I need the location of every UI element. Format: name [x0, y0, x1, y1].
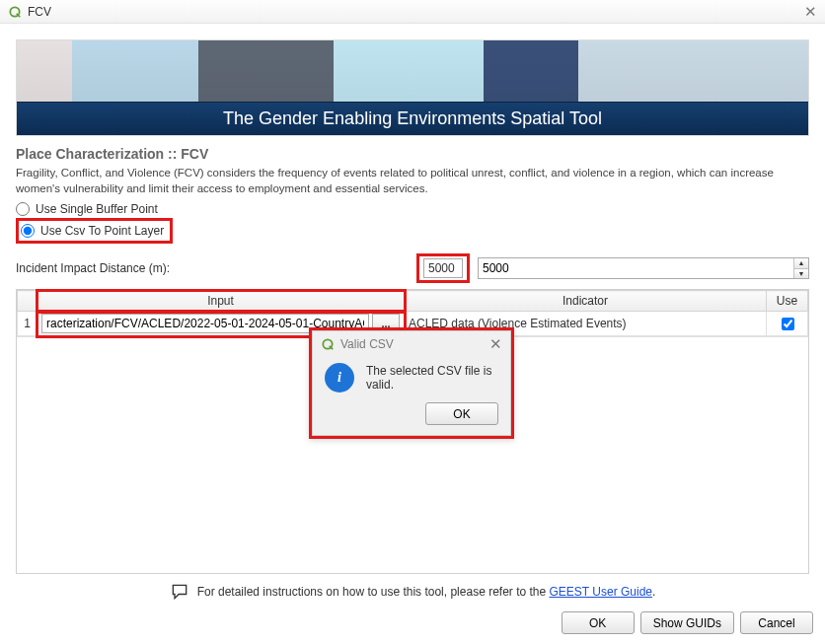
table-corner [18, 291, 38, 312]
ok-button[interactable]: OK [562, 611, 635, 634]
section-title: Place Characterization :: FCV [16, 146, 809, 162]
cancel-button[interactable]: Cancel [740, 611, 813, 634]
info-icon: i [325, 363, 354, 393]
window-title: FCV [28, 5, 51, 19]
titlebar: FCV ✕ [0, 0, 825, 24]
distance-spinbox[interactable]: ▲ ▼ [478, 257, 809, 279]
dialog-message: The selected CSV file is valid. [366, 364, 498, 392]
radio-single-buffer-label: Use Single Buffer Point [36, 202, 158, 216]
banner-image [17, 40, 808, 102]
spin-up-icon[interactable]: ▲ [794, 258, 808, 268]
spin-down-icon[interactable]: ▼ [794, 268, 808, 279]
speech-bubble-icon [170, 582, 189, 602]
dialog-close-icon[interactable]: ✕ [489, 335, 502, 353]
guide-punct: . [652, 585, 655, 599]
radio-csv-layer[interactable]: Use Csv To Point Layer [21, 224, 164, 238]
col-header-input: Input [38, 291, 405, 312]
guide-row: For detailed instructions on how to use … [12, 582, 813, 602]
section-description: Fragility, Conflict, and Violence (FCV) … [16, 166, 809, 196]
guide-link[interactable]: GEEST User Guide [550, 585, 652, 599]
dialog-q-icon [321, 337, 335, 351]
banner: The Gender Enabling Environments Spatial… [16, 39, 809, 136]
use-checkbox[interactable] [782, 318, 794, 330]
distance-label: Incident Impact Distance (m): [16, 261, 409, 275]
radio-single-buffer[interactable]: Use Single Buffer Point [16, 202, 809, 216]
distance-value-display: 5000 [423, 258, 463, 278]
col-header-indicator: Indicator [405, 291, 767, 312]
distance-input[interactable] [479, 259, 793, 277]
banner-title: The Gender Enabling Environments Spatial… [17, 102, 808, 135]
row-index: 1 [18, 312, 38, 336]
valid-csv-dialog: Valid CSV ✕ i The selected CSV file is v… [309, 327, 514, 439]
use-cell[interactable] [767, 312, 808, 336]
app-q-icon [8, 5, 22, 19]
show-guids-button[interactable]: Show GUIDs [640, 611, 734, 634]
dialog-ok-button[interactable]: OK [425, 402, 498, 425]
radio-csv-layer-label: Use Csv To Point Layer [40, 224, 164, 238]
col-header-use: Use [767, 291, 808, 312]
close-icon[interactable]: ✕ [804, 3, 817, 21]
dialog-title: Valid CSV [340, 337, 394, 351]
guide-text-pre: For detailed instructions on how to use … [197, 585, 550, 599]
